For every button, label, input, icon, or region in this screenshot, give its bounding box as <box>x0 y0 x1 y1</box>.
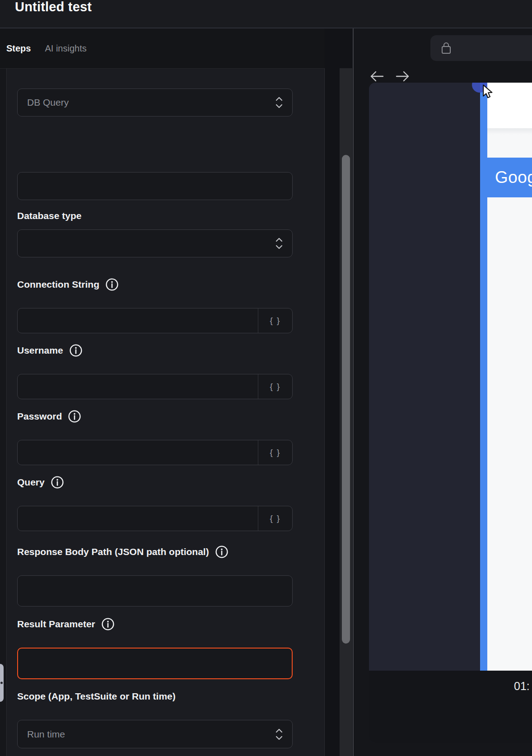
address-bar[interactable] <box>430 35 532 61</box>
response-body-path-input[interactable] <box>18 576 292 606</box>
result-parameter-field <box>17 648 293 679</box>
scope-value: Run time <box>27 720 265 748</box>
label-text: Connection String <box>17 279 99 290</box>
info-icon[interactable] <box>68 410 81 423</box>
recording-timeline: 01: <box>369 671 532 743</box>
username-input[interactable] <box>18 374 258 399</box>
unfold-chevrons-icon <box>275 97 283 108</box>
info-icon[interactable] <box>215 545 229 559</box>
panel-collapse-handle[interactable] <box>0 664 4 702</box>
label-text: Database type <box>17 210 81 221</box>
cursor-pointer-icon <box>480 83 496 99</box>
result-parameter-input[interactable] <box>18 649 292 678</box>
label-text: Result Parameter <box>17 619 95 630</box>
braces-button[interactable]: { } <box>258 308 292 333</box>
form-panel-border <box>324 68 325 756</box>
field-label-password: Password <box>17 408 81 425</box>
field-label-connection-string: Connection String <box>17 276 119 293</box>
preview-page-band <box>487 128 532 158</box>
tab-bar: Steps AI insights <box>0 28 324 68</box>
field-label-query: Query <box>17 474 64 490</box>
database-type-select[interactable] <box>17 229 293 257</box>
braces-button[interactable]: { } <box>258 374 292 399</box>
preview-highlighted-element: Google <box>487 158 532 197</box>
info-icon[interactable] <box>101 617 115 631</box>
connection-string-input[interactable] <box>18 308 258 333</box>
screen-preview[interactable]: Google 01: <box>369 83 532 743</box>
field-label-username: Username <box>17 342 83 359</box>
scope-select[interactable]: Run time <box>17 720 293 748</box>
form-content: DB Query Database type Connection String <box>17 69 293 756</box>
highlight-stripe <box>480 83 487 671</box>
unfold-chevrons-icon <box>275 238 283 249</box>
database-type-select[interactable] <box>17 172 293 200</box>
step-type-select[interactable]: DB Query <box>17 89 293 117</box>
password-field: { } <box>17 440 293 465</box>
info-icon[interactable] <box>51 476 64 489</box>
step-config-panel: DB Query Database type Connection String <box>0 68 324 756</box>
field-label-result-parameter: Result Parameter <box>17 616 115 632</box>
label-text: Scope (App, TestSuite or Run time) <box>17 691 176 702</box>
database-type-value <box>27 230 265 257</box>
preview-page-body <box>487 197 532 671</box>
info-icon[interactable] <box>69 344 83 357</box>
label-text: Password <box>17 411 62 422</box>
label-text: Query <box>17 477 45 488</box>
scrollbar-thumb[interactable] <box>342 155 350 644</box>
braces-button[interactable]: { } <box>258 506 292 531</box>
google-logo-text: Google <box>495 168 532 187</box>
query-field: { } <box>17 506 293 531</box>
field-label-scope: Scope (App, TestSuite or Run time) <box>17 688 176 705</box>
info-icon[interactable] <box>105 278 119 291</box>
lock-icon <box>441 42 451 54</box>
response-body-path-field <box>17 575 293 607</box>
password-input[interactable] <box>18 440 258 465</box>
browser-preview-panel: Google 01: <box>354 28 532 756</box>
page-title: Untitled test <box>15 0 92 15</box>
step-type-value: DB Query <box>27 89 265 116</box>
handle-dot-icon <box>0 682 3 684</box>
connection-string-field: { } <box>17 308 293 333</box>
tab-ai-insights[interactable]: AI insights <box>45 43 86 54</box>
title-bar: Untitled test <box>0 0 532 28</box>
field-label-database-type: Database type <box>17 208 81 224</box>
unfold-chevrons-icon <box>275 728 283 740</box>
panel-edge-strip <box>0 69 7 756</box>
label-text: Response Body Path (JSON path optional) <box>17 546 209 557</box>
query-input[interactable] <box>18 506 258 531</box>
back-arrow-icon[interactable] <box>369 68 385 84</box>
tab-steps[interactable]: Steps <box>6 43 31 54</box>
forward-arrow-icon[interactable] <box>394 68 411 84</box>
timeline-timestamp: 01: <box>514 680 530 693</box>
field-label-response-body-path: Response Body Path (JSON path optional) <box>17 544 229 560</box>
username-field: { } <box>17 374 293 399</box>
label-text: Username <box>17 345 63 356</box>
braces-button[interactable]: { } <box>258 440 292 465</box>
